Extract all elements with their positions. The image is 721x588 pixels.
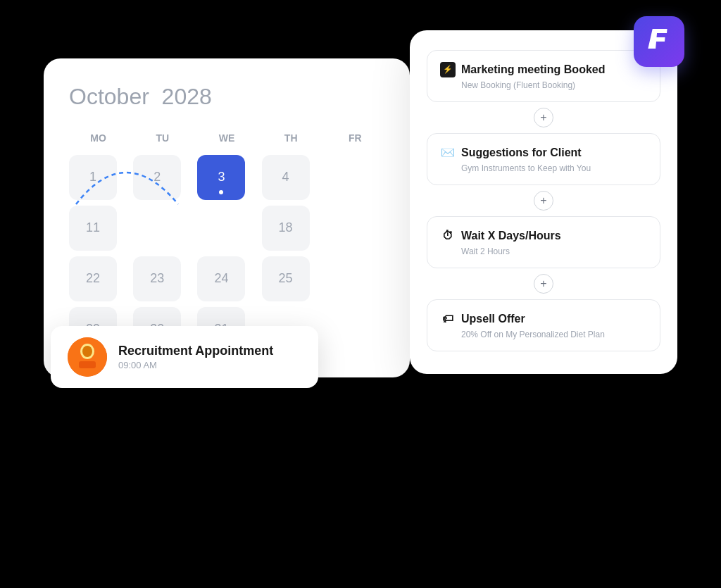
workflow-step-4[interactable]: 🏷 Upsell Offer 20% Off on My Personalize…	[427, 299, 660, 351]
avatar	[68, 337, 107, 377]
plus-connector-3[interactable]: +	[427, 274, 660, 294]
cal-day-23[interactable]: 23	[133, 256, 181, 301]
envelope-icon: ✉️	[440, 145, 456, 161]
appointment-time: 09:00 AM	[118, 360, 273, 370]
appointment-card: Recruitment Appointment 09:00 AM	[51, 326, 318, 388]
step-2-subtitle: Gym Instruments to Keep with You	[440, 163, 647, 173]
day-header-th: TH	[262, 130, 320, 146]
day-header-fr: FR	[326, 130, 384, 146]
clock-icon: ⏱	[440, 228, 456, 244]
cal-day-22[interactable]: 22	[69, 256, 117, 301]
day-header-we: WE	[197, 130, 256, 146]
cal-day-24[interactable]: 24	[197, 256, 245, 301]
step-1-title: ⚡ Marketing meeting Booked	[440, 62, 647, 77]
plus-circle-1[interactable]: +	[534, 108, 553, 127]
logo-letter	[644, 25, 675, 58]
calendar-month: October	[69, 84, 149, 109]
cal-day-4[interactable]: 4	[262, 155, 310, 200]
workflow-step-2[interactable]: ✉️ Suggestions for Client Gym Instrument…	[427, 133, 660, 185]
cal-day-2[interactable]: 2	[133, 155, 181, 200]
step-1-subtitle: New Booking (Fluent Booking)	[440, 80, 647, 90]
workflow-card: ⚡ Marketing meeting Booked New Booking (…	[410, 30, 677, 374]
cal-day-3[interactable]: 3	[197, 155, 245, 200]
day-header-mo: MO	[69, 130, 127, 146]
cal-day-25[interactable]: 25	[262, 256, 310, 301]
step-3-subtitle: Wait 2 Hours	[440, 246, 647, 256]
cal-day-empty4	[326, 206, 374, 251]
cal-day-empty3	[197, 206, 245, 251]
plus-circle-3[interactable]: +	[534, 274, 553, 294]
step-2-title: ✉️ Suggestions for Client	[440, 145, 647, 161]
day-header-tu: TU	[133, 130, 192, 146]
cal-day-empty1	[326, 155, 374, 200]
step-4-subtitle: 20% Off on My Personalized Diet Plan	[440, 330, 647, 339]
cal-day-empty2	[133, 206, 181, 251]
step-4-title: 🏷 Upsell Offer	[440, 311, 647, 327]
cal-day-empty7	[326, 307, 374, 352]
workflow-step-1[interactable]: ⚡ Marketing meeting Booked New Booking (…	[427, 50, 660, 102]
cal-day-11[interactable]: 11	[69, 206, 117, 251]
tag-icon: 🏷	[440, 311, 456, 327]
calendar-grid: 1 2 3 4 11 18	[69, 155, 384, 352]
svg-rect-3	[79, 361, 96, 368]
step-3-title: ⏱ Wait X Days/Hours	[440, 228, 647, 244]
appointment-title: Recruitment Appointment	[118, 344, 273, 358]
cal-day-1[interactable]: 1	[69, 155, 117, 200]
calendar-header: MO TU WE TH FR	[69, 130, 384, 146]
plus-connector-2[interactable]: +	[427, 191, 660, 211]
calendar-title: October 2028	[69, 84, 384, 110]
appointment-info: Recruitment Appointment 09:00 AM	[118, 344, 273, 370]
logo-badge	[634, 16, 684, 67]
workflow-step-3[interactable]: ⏱ Wait X Days/Hours Wait 2 Hours	[427, 216, 660, 268]
svg-point-2	[82, 346, 92, 357]
bolt-icon: ⚡	[440, 62, 456, 77]
cal-day-empty5	[326, 256, 374, 301]
calendar-year: 2028	[162, 84, 212, 109]
plus-connector-1[interactable]: +	[427, 108, 660, 127]
plus-circle-2[interactable]: +	[534, 191, 553, 211]
cal-day-18[interactable]: 18	[262, 206, 310, 251]
